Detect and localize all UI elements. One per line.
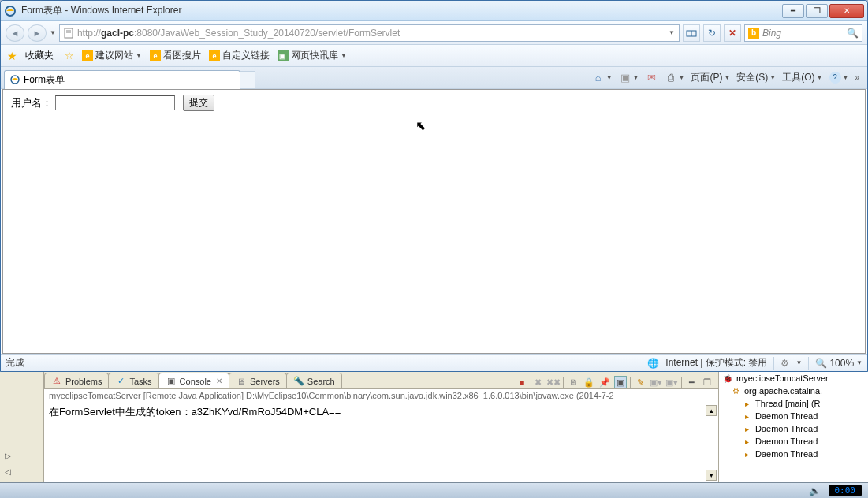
gear-icon: ⚙: [730, 385, 741, 396]
rss-button[interactable]: ▣▼: [619, 72, 639, 84]
console-icon: ▣: [166, 376, 177, 387]
console-body[interactable]: 在FormServlet中生成的token：a3ZhKYvd/RmRoJ54DM…: [44, 403, 718, 482]
debug-thread[interactable]: ▸Daemon Thread: [719, 422, 868, 435]
chevron-down-icon: ▼: [341, 52, 347, 59]
console-label-bar: myeclipseTomcatServer [Remote Java Appli…: [44, 389, 718, 403]
protected-mode-icon[interactable]: ⚙: [780, 358, 789, 369]
back-button[interactable]: ◄: [6, 24, 24, 42]
separator: [808, 357, 809, 370]
mail-button[interactable]: ✉: [646, 72, 658, 84]
submit-button[interactable]: 提交: [183, 95, 214, 111]
open-console-button[interactable]: ✎: [634, 376, 646, 388]
print-button[interactable]: ⎙▼: [665, 72, 685, 84]
tab-search[interactable]: 🔦Search: [286, 373, 342, 388]
address-dropdown-icon[interactable]: ▼: [665, 29, 676, 36]
debug-panel: 🐞myeclipseTomcatServer ⚙org.apache.catal…: [718, 372, 868, 482]
minimize-view-button[interactable]: ━: [685, 376, 698, 388]
eclipse-main: ⚠Problems ✓Tasks ▣Console✕ 🖥Servers 🔦Sea…: [44, 372, 718, 482]
fav-item-webslice[interactable]: ▣网页快讯库▼: [278, 49, 347, 62]
search-icon[interactable]: 🔍: [847, 28, 859, 39]
speaker-icon[interactable]: 🔈: [809, 485, 821, 496]
chevron-down-icon: ▼: [136, 52, 142, 59]
maximize-view-button[interactable]: ❐: [701, 376, 713, 388]
navigation-row: ◄ ► ▼ http://gacl-pc:8080/JavaWeb_Sessio…: [1, 21, 867, 45]
fav-item-custom[interactable]: e自定义链接: [209, 49, 270, 62]
clock[interactable]: 0:00: [829, 485, 862, 496]
compat-button[interactable]: [683, 24, 700, 42]
debug-thread[interactable]: ▸Daemon Thread: [719, 435, 868, 448]
scroll-down-button[interactable]: ▾: [706, 470, 717, 481]
tab-servers[interactable]: 🖥Servers: [229, 373, 287, 388]
eclipse-tabs: ⚠Problems ✓Tasks ▣Console✕ 🖥Servers 🔦Sea…: [44, 372, 718, 389]
maximize-button[interactable]: ❐: [806, 4, 828, 18]
tab-console[interactable]: ▣Console✕: [158, 373, 229, 388]
form-content: 用户名： 提交: [3, 90, 865, 116]
help-button[interactable]: ?▼: [829, 72, 849, 84]
pin-console-button[interactable]: 📌: [598, 376, 611, 388]
minimize-button[interactable]: ━: [782, 4, 804, 18]
close-button[interactable]: ✕: [829, 4, 864, 18]
title-bar: Form表单 - Windows Internet Explorer ━ ❐ ✕: [1, 1, 867, 21]
search-icon: 🔦: [293, 376, 304, 387]
expand-left-icon[interactable]: ◁: [5, 467, 11, 476]
chevron-down-icon: ▼: [856, 359, 862, 366]
command-bar: ⌂▼ ▣▼ ✉ ⎙▼ 页面(P)▼ 安全(S)▼ 工具(O)▼ ?▼ »: [592, 71, 864, 84]
globe-icon: 🌐: [647, 358, 659, 369]
clear-console-button[interactable]: 🗎: [567, 376, 579, 388]
console-dropdown-1[interactable]: ▣▾: [650, 376, 662, 388]
fav-item-image[interactable]: e看图搜片: [150, 49, 201, 62]
page-icon: [63, 28, 74, 39]
scroll-lock-button[interactable]: 🔒: [583, 376, 595, 388]
status-bar: 完成 🌐 Internet | 保护模式: 禁用 ⚙ ▼ 🔍 100% ▼: [1, 354, 867, 371]
taskbar: 🔈 0:00: [0, 482, 868, 498]
add-favorite-icon[interactable]: ☆: [65, 50, 74, 61]
page-menu[interactable]: 页面(P)▼: [691, 71, 730, 84]
safety-menu[interactable]: 安全(S)▼: [736, 71, 776, 84]
username-input[interactable]: [55, 95, 175, 110]
site-icon: e: [209, 50, 220, 61]
debug-thread[interactable]: ▸Thread [main] (R: [719, 397, 868, 410]
site-icon: e: [150, 50, 161, 61]
username-label: 用户名：: [11, 96, 52, 110]
debug-app[interactable]: ⚙org.apache.catalina.: [719, 385, 868, 397]
new-tab-button[interactable]: [240, 71, 255, 88]
site-icon: e: [82, 50, 93, 61]
terminate-button[interactable]: ■: [516, 376, 528, 388]
chevron-down-icon: ▼: [795, 359, 802, 366]
debug-root[interactable]: 🐞myeclipseTomcatServer: [719, 372, 868, 385]
favorites-star-icon[interactable]: ★: [7, 50, 17, 62]
bug-icon: 🐞: [722, 373, 733, 384]
expand-right-icon[interactable]: ▷: [5, 452, 11, 460]
console-toolbar: ■ ✖ ✖✖ 🗎 🔒 📌 ▣ ✎ ▣▾ ▣▾ ━ ❐: [516, 376, 718, 388]
zoom-control[interactable]: 🔍 100% ▼: [815, 358, 862, 369]
refresh-button[interactable]: ↻: [703, 24, 721, 42]
rss-icon: ▣: [619, 72, 631, 84]
remove-launch-button[interactable]: ✖: [531, 376, 544, 388]
search-box[interactable]: b Bing 🔍: [744, 24, 862, 42]
separator: [773, 357, 774, 370]
nav-history-dropdown-icon[interactable]: ▼: [50, 29, 56, 36]
console-dropdown-2[interactable]: ▣▾: [665, 376, 678, 388]
browser-tab[interactable]: Form表单: [4, 70, 240, 89]
favorites-label[interactable]: 收藏夹: [25, 49, 54, 62]
thread-icon: ▸: [741, 411, 752, 422]
remove-all-button[interactable]: ✖✖: [547, 376, 560, 388]
url-text: http://gacl-pc:8080/JavaWeb_Session_Stud…: [77, 28, 661, 39]
window-controls: ━ ❐ ✕: [782, 4, 864, 18]
tab-tasks[interactable]: ✓Tasks: [108, 373, 158, 388]
fav-item-suggested[interactable]: e建议网站▼: [82, 49, 142, 62]
display-console-button[interactable]: ▣: [614, 376, 627, 388]
debug-thread[interactable]: ▸Daemon Thread: [719, 448, 868, 460]
close-icon[interactable]: ✕: [216, 377, 222, 385]
forward-button[interactable]: ►: [28, 24, 47, 42]
webslice-icon: ▣: [278, 50, 289, 61]
home-button[interactable]: ⌂▼: [592, 72, 613, 84]
tab-problems[interactable]: ⚠Problems: [44, 373, 109, 388]
stop-button[interactable]: ✕: [724, 24, 741, 42]
debug-thread[interactable]: ▸Daemon Thread: [719, 410, 868, 422]
tools-menu[interactable]: 工具(O)▼: [782, 71, 822, 84]
address-bar[interactable]: http://gacl-pc:8080/JavaWeb_Session_Stud…: [59, 24, 680, 42]
tasks-icon: ✓: [115, 376, 126, 387]
scroll-up-button[interactable]: ▴: [706, 405, 717, 416]
chevron-right-icon[interactable]: »: [855, 73, 859, 82]
